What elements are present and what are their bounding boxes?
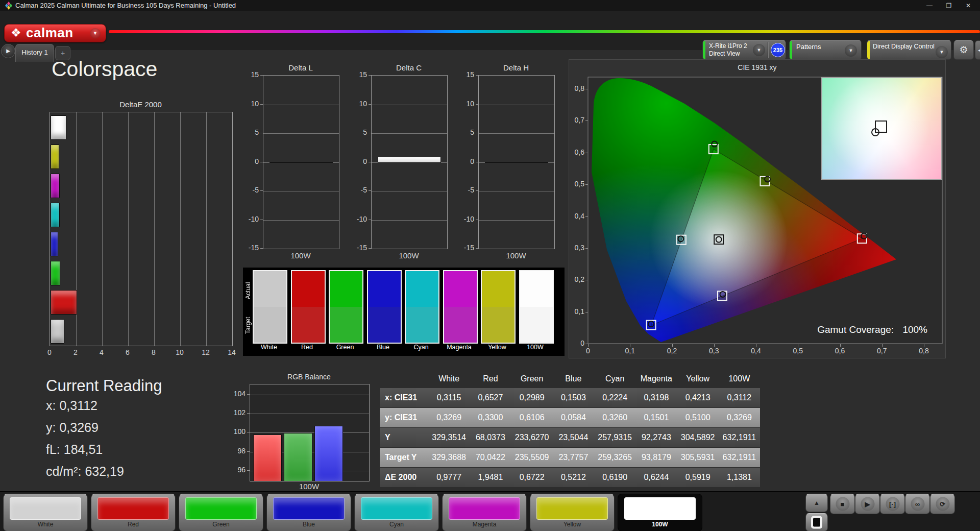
cie-y-tick: 0,8 — [570, 84, 584, 92]
continuous-measure-icon: ∞ — [911, 497, 924, 511]
whitepoint-inset — [821, 77, 942, 180]
display-window-button[interactable] — [805, 513, 828, 531]
delta-x-label: 100W — [263, 251, 338, 260]
pattern-button-green[interactable]: Green — [179, 494, 263, 531]
close-icon[interactable]: ✕ — [960, 1, 977, 11]
cie-x-tick: 0,1 — [620, 347, 640, 355]
table-col-header: Green — [511, 374, 553, 383]
pattern-button-yellow[interactable]: Yellow — [530, 494, 615, 531]
display-control-dropdown[interactable]: Direct Display Control ▼ — [867, 40, 951, 60]
swatch-label: Blue — [364, 344, 403, 351]
pattern-button-red[interactable]: Red — [91, 494, 176, 531]
pattern-label: Magenta — [443, 521, 526, 528]
meter-dropdown[interactable]: X-Rite i1Pro 2 Direct View ▼ 235 — [702, 40, 786, 60]
table-row: Target Y329,368870,0422235,550923,775725… — [380, 448, 760, 467]
delta-gridline — [479, 105, 554, 105]
calman-app: Calman 2025 Calman Ultimate for Business… — [0, 0, 980, 531]
pattern-label: Green — [179, 521, 263, 528]
panel-up-button[interactable]: ▲ — [805, 494, 828, 512]
rgb-wrap: RGB Balance 100W 1041021009896 — [228, 373, 377, 491]
tick-mark — [260, 162, 263, 162]
deltae-bar-cyan — [51, 203, 60, 227]
tick-mark — [369, 190, 371, 191]
table-cell: 259,3265 — [594, 453, 635, 462]
table-col-header: Cyan — [594, 374, 635, 383]
table-row-label: x: CIE31 — [380, 393, 428, 402]
calman-logo-text: calman — [26, 25, 74, 41]
tick-mark — [476, 133, 478, 133]
tick-mark — [369, 220, 371, 220]
pattern-swatch — [10, 497, 81, 520]
pattern-button-magenta[interactable]: Magenta — [442, 494, 527, 531]
deltae-bar-green — [51, 261, 60, 285]
pattern-button-100w[interactable]: 100W — [618, 494, 702, 531]
pattern-window-button[interactable]: [·] — [880, 494, 905, 514]
tick-mark — [588, 344, 589, 347]
gear-icon[interactable]: ⚙ — [953, 40, 974, 60]
play-button[interactable]: ▶ — [855, 494, 880, 514]
calman-menu-button[interactable]: ❖ calman ▼ — [4, 24, 106, 42]
patterns-dropdown[interactable]: Patterns ▼ — [789, 40, 862, 60]
pattern-button-blue[interactable]: Blue — [266, 494, 351, 531]
swatch-white — [253, 270, 287, 344]
meter-line2: Direct View — [709, 50, 740, 57]
tick-mark — [585, 216, 588, 217]
tick-mark — [924, 344, 924, 347]
chevron-down-icon: ▼ — [936, 46, 948, 58]
table-cell: 0,6244 — [635, 473, 677, 482]
chevron-down-icon: ▼ — [845, 44, 857, 57]
delta-y-tick: -15 — [461, 244, 474, 252]
pattern-label: Cyan — [355, 521, 438, 528]
swatch-actual — [254, 271, 286, 307]
transport-icons: ■▶[·]∞⟳ — [830, 494, 955, 513]
table-row-label: ΔE 2000 — [380, 473, 428, 482]
swatch-yellow — [481, 270, 516, 344]
collapse-panel-button[interactable]: ◀ — [975, 40, 980, 60]
swatch-actual — [482, 271, 514, 307]
swatch-green — [329, 270, 363, 344]
tick-mark — [476, 162, 478, 162]
tick-mark — [247, 451, 250, 452]
swatch-label: 100W — [516, 344, 555, 351]
delta-gridline — [372, 191, 447, 191]
calman-diamond-icon — [5, 2, 13, 10]
tab-scroll-button[interactable]: ▶ — [1, 44, 15, 58]
tick-mark — [840, 344, 841, 347]
cie-x-tick: 0,3 — [704, 347, 724, 355]
pattern-button-white[interactable]: White — [3, 494, 88, 531]
rgb-y-tick: 102 — [228, 408, 246, 417]
meter-accent-bar — [703, 41, 705, 59]
table-cell: 329,3514 — [428, 433, 470, 442]
refresh-button[interactable]: ⟳ — [930, 494, 955, 514]
swatch-actual — [444, 271, 477, 307]
maximize-icon[interactable]: ❐ — [940, 1, 958, 11]
delta-chart-0: Delta L151050-5-10-15100W — [246, 62, 348, 267]
tick-mark — [476, 190, 478, 191]
delta-x-label: 100W — [371, 251, 447, 260]
table-cell: 0,6106 — [511, 413, 553, 422]
delta-plot — [478, 75, 555, 249]
deltae-gridline — [128, 112, 129, 346]
delta-zero-bar — [485, 162, 548, 163]
table-col-header: Magenta — [635, 374, 677, 383]
cie-y-tick: 0,7 — [570, 116, 584, 124]
delta-chart-2: Delta H151050-5-10-15100W — [461, 62, 563, 267]
tick-mark — [369, 133, 371, 133]
cie-panel: CIE 1931 xy — [569, 59, 946, 358]
tab-history-1[interactable]: History 1 — [15, 44, 54, 62]
pattern-button-cyan[interactable]: Cyan — [354, 494, 439, 531]
deltae-gridline — [206, 112, 207, 346]
delta-gridline — [372, 105, 447, 105]
pattern-label: Blue — [267, 521, 351, 528]
continuous-measure-button[interactable]: ∞ — [905, 494, 930, 514]
minimize-icon[interactable]: — — [921, 1, 938, 11]
tick-mark — [585, 153, 588, 153]
meter-line1: X-Rite i1Pro 2 — [709, 42, 747, 50]
deltae-x-tick: 10 — [169, 348, 190, 356]
cie-x-tick: 0,6 — [830, 347, 850, 355]
deltae-x-tick: 14 — [222, 348, 242, 356]
stop-button[interactable]: ■ — [830, 494, 855, 514]
swatch-label: Green — [326, 344, 364, 351]
whitepoint-actual-marker — [871, 128, 879, 136]
data-table: WhiteRedGreenBlueCyanMagentaYellow100Wx:… — [380, 371, 760, 488]
